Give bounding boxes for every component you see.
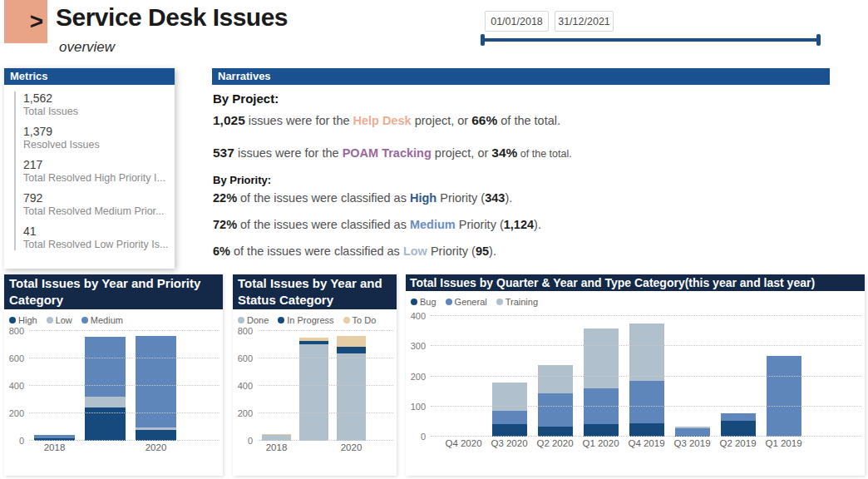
metric-item[interactable]: 41Total Resolved Low Priority Is... [23, 225, 175, 250]
bar-segment-general[interactable] [629, 381, 664, 423]
gridline [258, 330, 393, 331]
bar-segment-low[interactable] [85, 397, 126, 407]
bar-q1-2019[interactable] [767, 356, 801, 437]
priority-high-label: High [410, 191, 436, 205]
date-range-slider[interactable] [481, 34, 821, 46]
issue-count: 343 [485, 191, 505, 205]
legend-item-general[interactable]: General [446, 297, 487, 307]
legend-dot [278, 317, 284, 323]
y-tick-label: 200 [9, 408, 24, 418]
gridline [431, 376, 861, 377]
metric-item[interactable]: 1,562Total Issues [23, 91, 175, 117]
chevron-right-icon: > [30, 10, 43, 33]
bar-q3-2020[interactable] [492, 383, 527, 437]
y-tick-label: 200 [411, 372, 426, 382]
bar-segment-medium[interactable] [85, 337, 126, 397]
metric-value: 217 [23, 158, 175, 171]
bar-segment-general[interactable] [538, 393, 573, 427]
y-tick-label: 100 [411, 402, 426, 412]
legend-item-low[interactable]: Low [47, 315, 72, 325]
bar-q2-2019[interactable] [721, 413, 756, 437]
gridline [258, 440, 393, 441]
bar-segment-in-progress[interactable] [337, 347, 366, 353]
bar-segment-to-do[interactable] [337, 336, 366, 347]
narrative-text: issues were for the [245, 114, 353, 127]
legend-item-high[interactable]: High [9, 315, 37, 325]
legend-label: Done [247, 315, 269, 325]
legend-item-training[interactable]: Training [496, 297, 538, 307]
legend-item-in-progress[interactable]: In Progress [278, 315, 333, 325]
bar-segment-general[interactable] [675, 428, 710, 436]
gridline [431, 345, 861, 346]
y-tick-label: 0 [19, 436, 24, 446]
gridline [29, 330, 219, 331]
metric-value: 792 [23, 191, 175, 205]
slider-handle-start[interactable] [481, 34, 485, 46]
legend-item-done[interactable]: Done [238, 315, 269, 325]
bar-segment-bug[interactable] [584, 424, 619, 437]
bar-segment-bug[interactable] [721, 421, 756, 437]
bar-segment-training[interactable] [629, 323, 664, 381]
app-logo: > [4, 0, 47, 43]
gridline [258, 358, 393, 358]
bar-column [295, 338, 333, 441]
priority-medium-label: Medium [410, 218, 456, 231]
narrative-line-low: 6% of the issues were classified as Low … [213, 244, 830, 258]
gridline [29, 358, 219, 358]
chart-issues-by-quarter-type: Total Issues by Quarter & Year and Type … [406, 274, 865, 476]
y-tick-label: 200 [238, 408, 253, 418]
metric-item[interactable]: 217Total Resolved High Priority I... [23, 158, 175, 184]
bar-segment-bug[interactable] [629, 423, 664, 437]
legend-dot [238, 317, 244, 323]
narrative-line-help-desk: 1,025 issues were for the Help Desk proj… [213, 113, 830, 128]
percent-value: 34% [491, 146, 517, 160]
chart-title: Total Issues by Year and Status Category [233, 274, 397, 309]
x-axis-labels: 20182020 [258, 442, 370, 452]
by-project-heading: By Project: [213, 91, 830, 106]
bar-segment-general[interactable] [492, 411, 527, 424]
gridline [431, 436, 861, 437]
legend-item-bug[interactable]: Bug [411, 297, 436, 307]
bar-segment-training[interactable] [538, 365, 573, 393]
bar-segment-done[interactable] [337, 353, 366, 441]
date-end-input[interactable] [555, 11, 614, 32]
y-axis: 0200400600800 [4, 331, 29, 441]
date-start-input[interactable] [485, 11, 549, 32]
legend-item-to-do[interactable]: To Do [343, 315, 377, 325]
y-tick-label: 400 [411, 311, 426, 321]
x-axis-label: Q1 2019 [761, 438, 806, 448]
bar-segment-medium[interactable] [136, 336, 176, 427]
slider-track[interactable] [482, 38, 819, 42]
plot-area [258, 331, 393, 441]
bar-segment-training[interactable] [584, 328, 619, 388]
bar-q4-2019[interactable] [629, 323, 664, 437]
bar-2019[interactable] [299, 338, 328, 441]
issue-count: 95 [476, 244, 489, 258]
bar-2019[interactable] [85, 337, 126, 441]
bar-segment-general[interactable] [721, 413, 756, 421]
chart-title: Total Issues by Year and Priority Catego… [4, 274, 223, 309]
x-axis-label: Q4 2019 [624, 438, 669, 448]
gridline [258, 412, 393, 413]
legend-label: Training [506, 297, 538, 307]
bar-column [131, 336, 181, 441]
plot-row: 0200400600800 [233, 331, 397, 441]
gridline [29, 440, 219, 441]
metric-item[interactable]: 792Total Resolved Medium Prior... [23, 191, 175, 217]
bar-segment-done[interactable] [299, 344, 328, 441]
bar-segment-bug[interactable] [492, 424, 527, 437]
percent-value: 72% [213, 218, 237, 231]
metric-label: Total Resolved Medium Prior... [23, 205, 175, 217]
y-tick-label: 600 [238, 353, 253, 363]
legend-item-medium[interactable]: Medium [81, 315, 123, 325]
slider-handle-end[interactable] [816, 34, 821, 46]
legend-label: To Do [353, 315, 377, 325]
bar-2020[interactable] [136, 336, 176, 441]
legend-label: High [18, 315, 37, 325]
bar-2020[interactable] [337, 336, 366, 441]
bar-segment-general[interactable] [767, 356, 801, 437]
metric-item[interactable]: 1,379Resolved Issues [23, 125, 175, 151]
gridline [431, 315, 861, 316]
bar-segment-training[interactable] [492, 383, 527, 411]
narrative-text: of the issues were classified as [237, 218, 410, 231]
